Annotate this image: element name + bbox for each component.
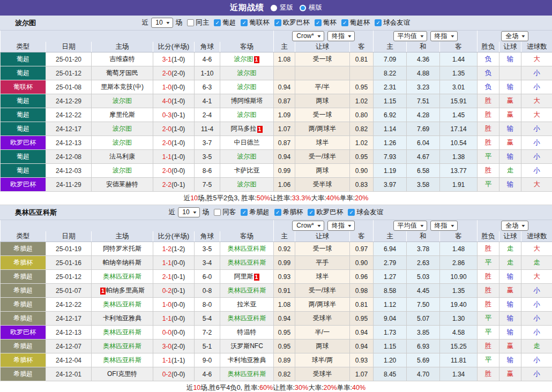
team-link[interactable]: 安德莱赫特 xyxy=(106,180,138,188)
corners-cell: 3-5 xyxy=(195,242,220,256)
team-link[interactable]: 特温特 xyxy=(237,328,257,336)
recent-count-select[interactable]: 10▼ xyxy=(178,207,199,217)
odds-company-select-value: Crow* xyxy=(296,32,314,40)
team-link[interactable]: 帕纳辛纳科斯 xyxy=(103,259,141,266)
team-link[interactable]: 奥林匹亚科斯 xyxy=(228,245,266,252)
odds-home: 0.95 xyxy=(274,340,295,353)
league-checkbox-0[interactable]: ✓ xyxy=(214,19,221,26)
same-venue-checkbox[interactable] xyxy=(187,19,194,26)
team-link[interactable]: 波尔图 xyxy=(113,125,132,132)
odds-away: 1.07 xyxy=(350,367,374,381)
league-badge: 希腊超 xyxy=(1,298,46,312)
team-link[interactable]: 阿特罗米托斯 xyxy=(103,245,141,252)
avg-home: 1.26 xyxy=(374,136,407,150)
team-link[interactable]: 阿里斯1 xyxy=(234,273,260,280)
chevron-down-icon: ▼ xyxy=(521,32,526,40)
same-venue-checkbox[interactable] xyxy=(214,209,221,216)
league-checkbox-3[interactable]: ✓ xyxy=(348,209,355,216)
corners-cell: 3-5 xyxy=(195,150,220,164)
team-link[interactable]: 奥林匹亚科斯 xyxy=(228,370,266,378)
team-link[interactable]: 卡利地亚雅典 xyxy=(228,356,266,364)
team-link[interactable]: 里斯本竞技(中) xyxy=(101,83,144,91)
scope-select[interactable]: 全场▼ xyxy=(501,221,528,231)
odds-home: 1.06 xyxy=(274,178,295,192)
result-handicap: 输 xyxy=(499,122,521,136)
avg-away: 15.91 xyxy=(440,94,478,108)
half-time-score: (1-0) xyxy=(171,139,185,147)
team-link[interactable]: 波尔图 xyxy=(113,139,132,146)
match-row: 希腊杯24-12-04奥林匹亚科斯1-1(1-1)9-0卡利地亚雅典0.89球半… xyxy=(1,353,552,367)
odds-company-select[interactable]: Crow*▼ xyxy=(292,31,324,41)
team-link[interactable]: OFI克里特 xyxy=(107,370,137,378)
result-goals: 大 xyxy=(521,242,552,256)
radio-horizontal-layout[interactable]: 横版 xyxy=(300,3,322,12)
league-checkbox-4[interactable]: ✓ xyxy=(341,19,348,26)
avg-away: 2.86 xyxy=(440,256,478,270)
odds-company-select[interactable]: Crow*▼ xyxy=(292,221,324,231)
team-link[interactable]: 奥林匹亚科斯 xyxy=(228,259,266,266)
team-link[interactable]: 波尔图 xyxy=(113,167,132,174)
avg-draw: 7.50 xyxy=(407,298,440,312)
league-checkbox-5[interactable]: ✓ xyxy=(375,19,382,26)
avg-draw: 3.58 xyxy=(407,178,440,192)
odds-stage-select[interactable]: 终指▼ xyxy=(327,221,355,231)
team-link[interactable]: 奥林匹亚科斯 xyxy=(228,314,266,322)
radio-vertical-layout[interactable]: 竖版 xyxy=(271,3,293,12)
full-time-score: 0-3 xyxy=(162,111,171,119)
recent-count-select[interactable]: 10▼ xyxy=(151,18,173,28)
team-link[interactable]: 葡萄牙国民 xyxy=(106,69,138,77)
team-link[interactable]: 波尔图 xyxy=(237,69,257,77)
team-link[interactable]: 奥林匹亚科斯 xyxy=(103,342,141,350)
match-date: 24-12-17 xyxy=(46,312,92,326)
odds-away: 0.94 xyxy=(350,340,374,353)
score-cell: 1-1(0-0) xyxy=(153,312,195,326)
avg-away: 19.40 xyxy=(440,298,478,312)
league-checkbox-2[interactable]: ✓ xyxy=(308,209,315,216)
scope-select[interactable]: 全场▼ xyxy=(501,31,528,41)
avg-company-select[interactable]: 平均值▼ xyxy=(393,31,427,41)
avg-stage-select[interactable]: 终指▼ xyxy=(430,221,458,231)
team-link[interactable]: 波尔图 xyxy=(237,180,257,188)
league-checkbox-0[interactable]: ✓ xyxy=(241,209,248,216)
team-link[interactable]: 奥林匹亚科斯 xyxy=(103,328,141,336)
avg-away: 1.30 xyxy=(440,312,478,326)
team-link[interactable]: 波尔图 xyxy=(113,97,132,104)
team-link[interactable]: 波尔图 xyxy=(237,153,257,160)
league-checkbox-3[interactable]: ✓ xyxy=(315,19,322,26)
team-link[interactable]: 波尔图 xyxy=(237,83,257,91)
team-link[interactable]: 奥林匹亚科斯 xyxy=(103,300,141,308)
team-link[interactable]: 1帕纳多里高斯 xyxy=(100,287,145,294)
team-link[interactable]: 沃罗斯NFC xyxy=(230,342,263,350)
team-link[interactable]: 吉维森特 xyxy=(109,55,135,63)
home-team-cell: 奥林匹亚科斯 xyxy=(92,270,153,284)
league-checkbox-1[interactable]: ✓ xyxy=(274,209,281,216)
team-link[interactable]: 中日德兰 xyxy=(234,139,260,146)
team-link[interactable]: 拉米亚 xyxy=(237,300,257,308)
team-link[interactable]: 奥林匹亚科斯 xyxy=(103,273,141,280)
team-link-label: 葡萄牙国民 xyxy=(106,69,138,77)
home-team-cell: 奥林匹亚科斯 xyxy=(92,340,153,353)
avg-stage-select[interactable]: 终指▼ xyxy=(430,31,458,41)
league-checkbox-2[interactable]: ✓ xyxy=(274,19,281,26)
team-link[interactable]: 阿马多拉1 xyxy=(231,125,263,132)
team-link[interactable]: 摩里伦斯 xyxy=(109,111,135,118)
odds-stage-select[interactable]: 终指▼ xyxy=(327,31,355,41)
team-link[interactable]: 卡萨比亚 xyxy=(234,167,260,174)
league-checkbox-1[interactable]: ✓ xyxy=(241,19,248,26)
team-link[interactable]: 法马利康 xyxy=(109,153,135,160)
team-link[interactable]: 奥林匹亚科斯 xyxy=(228,287,266,294)
avg-home: 1.20 xyxy=(374,353,407,367)
team-link-label: 波尔图 xyxy=(113,125,132,132)
team-link[interactable]: 奥林匹亚科斯 xyxy=(103,356,141,364)
team-link[interactable]: 博阿维斯塔 xyxy=(231,97,263,104)
home-team-cell: 葡萄牙国民 xyxy=(92,66,153,80)
team-link[interactable]: 卡利地亚雅典 xyxy=(103,314,141,322)
avg-company-select[interactable]: 平均值▼ xyxy=(393,221,427,231)
odds-home: 1.08 xyxy=(274,52,295,66)
team-link-label: 波尔图 xyxy=(234,55,253,63)
odds-away: 0.93 xyxy=(350,353,374,367)
avg-home: 1.12 xyxy=(374,298,407,312)
result-handicap: 赢 xyxy=(499,284,521,298)
team-link[interactable]: 波尔图 xyxy=(237,111,257,118)
team-link[interactable]: 波尔图1 xyxy=(234,55,260,63)
